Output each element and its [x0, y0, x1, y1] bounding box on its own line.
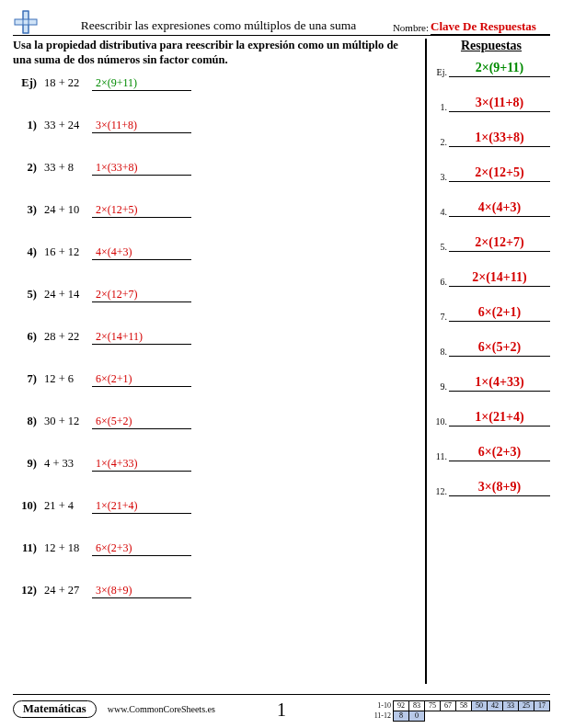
answer-line: 8. 6×(5+2): [432, 340, 550, 357]
problem-answer: 6×(2+3): [92, 541, 191, 556]
problem-answer: 2×(12+5): [92, 203, 191, 218]
worksheet-page: Reescribir las expresiones como múltiplo…: [0, 0, 563, 728]
score-cell: 83: [409, 701, 425, 711]
score-row1-label: 1-10: [369, 701, 394, 711]
answer-value: 3×(8+9): [449, 480, 550, 496]
answer-value: 2×(14+11): [449, 270, 550, 287]
problem-expression: 33 + 8: [44, 161, 92, 175]
problem-expression: 33 + 24: [44, 119, 92, 132]
problem-row: 2) 33 + 8 1×(33+8): [13, 161, 416, 176]
answer-value: 2×(9+11): [449, 61, 550, 77]
problem-answer: 4×(4+3): [92, 245, 191, 260]
answer-line: 11. 6×(2+3): [432, 445, 550, 461]
score-cell: 92: [394, 701, 409, 711]
problem-number: 4): [13, 245, 37, 259]
answer-line: 4. 4×(4+3): [432, 200, 550, 217]
problem-row: 6) 28 + 22 2×(14+11): [13, 330, 416, 345]
problem-expression: 30 + 12: [44, 415, 92, 428]
problem-row: 3) 24 + 10 2×(12+5): [13, 203, 416, 218]
answer-line: 12. 3×(8+9): [432, 480, 550, 496]
problem-row: 11) 12 + 18 6×(2+3): [13, 541, 416, 556]
content: Usa la propiedad distributiva para reesc…: [13, 39, 550, 684]
problem-number: 11): [13, 541, 37, 555]
svg-rect-1: [15, 19, 37, 25]
name-value: Clave De Respuestas: [431, 19, 550, 35]
problem-number: 10): [13, 499, 37, 513]
problem-number: 9): [13, 457, 37, 471]
problem-answer: 6×(2+1): [92, 372, 191, 387]
score-cell: 8: [394, 711, 409, 722]
problem-number: 6): [13, 330, 37, 344]
problem-number: 5): [13, 288, 37, 301]
problem-expression: 24 + 27: [44, 584, 92, 597]
problem-row: 4) 16 + 12 4×(4+3): [13, 245, 416, 260]
header: Reescribir las expresiones como múltiplo…: [13, 7, 550, 36]
answer-value: 6×(5+2): [449, 340, 550, 357]
score-cell: 75: [425, 701, 441, 711]
footer: Matemáticas www.CommonCoreSheets.es 1 1-…: [13, 694, 550, 722]
score-cell: 17: [534, 701, 550, 711]
answer-index: Ej.: [432, 67, 447, 77]
problem-row: 1) 33 + 24 3×(11+8): [13, 119, 416, 133]
score-cell: 42: [488, 701, 503, 711]
website-text: www.CommonCoreSheets.es: [108, 704, 215, 714]
example-row: Ej) 18 + 22 2×(9+11): [13, 76, 416, 91]
answer-line-example: Ej. 2×(9+11): [432, 61, 550, 77]
name-label: Nombre:: [393, 22, 429, 35]
score-table: 1-10 92 83 75 67 58 50 42 33 25 17 11-12…: [369, 700, 550, 722]
score-cell: 58: [456, 701, 472, 711]
answer-index: 4.: [432, 207, 447, 217]
answer-index: 12.: [432, 486, 447, 496]
answer-line: 1. 3×(11+8): [432, 96, 550, 112]
problem-answer: 2×(14+11): [92, 330, 191, 345]
problem-answer: 1×(21+4): [92, 499, 191, 514]
problem-expression: 24 + 10: [44, 203, 92, 217]
answer-value: 1×(21+4): [449, 410, 550, 427]
problem-number: 7): [13, 372, 37, 386]
answer-index: 11.: [432, 451, 447, 461]
problem-row: 8) 30 + 12 6×(5+2): [13, 415, 416, 429]
answer-index: 6.: [432, 277, 447, 287]
answer-index: 3.: [432, 172, 447, 182]
problem-answer: 6×(5+2): [92, 415, 191, 429]
problem-expression: 12 + 18: [44, 541, 92, 555]
plus-logo-icon: [13, 9, 39, 35]
answer-value: 1×(33+8): [449, 131, 550, 147]
problem-answer: 3×(11+8): [92, 119, 191, 133]
problem-row: 5) 24 + 14 2×(12+7): [13, 288, 416, 302]
problem-expression: 16 + 12: [44, 245, 92, 259]
problem-number: 2): [13, 161, 37, 175]
example-label: Ej): [13, 76, 37, 90]
problem-row: 9) 4 + 33 1×(4+33): [13, 457, 416, 472]
answer-index: 2.: [432, 137, 447, 147]
score-cell: 67: [441, 701, 456, 711]
answer-line: 2. 1×(33+8): [432, 131, 550, 147]
answer-index: 7.: [432, 312, 447, 322]
problem-number: 3): [13, 203, 37, 217]
problem-answer: 1×(33+8): [92, 161, 191, 176]
answer-value: 2×(12+5): [449, 165, 550, 182]
worksheet-title: Reescribir las expresiones como múltiplo…: [44, 18, 393, 35]
problem-answer: 1×(4+33): [92, 457, 191, 472]
answer-line: 7. 6×(2+1): [432, 305, 550, 322]
score-cell: 25: [519, 701, 534, 711]
problem-expression: 24 + 14: [44, 288, 92, 301]
problem-number: 12): [13, 584, 37, 597]
problem-number: 8): [13, 415, 37, 428]
score-row2-label: 11-12: [369, 711, 394, 722]
example-expression: 18 + 22: [44, 76, 92, 90]
example-answer: 2×(9+11): [92, 76, 191, 91]
score-cell: 33: [503, 701, 519, 711]
problem-expression: 28 + 22: [44, 330, 92, 344]
answer-index: 5.: [432, 242, 447, 252]
answer-index: 8.: [432, 347, 447, 357]
instructions: Usa la propiedad distributiva para reesc…: [13, 39, 416, 67]
answer-index: 10.: [432, 416, 447, 427]
problem-expression: 12 + 6: [44, 372, 92, 386]
problem-answer: 3×(8+9): [92, 584, 191, 598]
answer-line: 10. 1×(21+4): [432, 410, 550, 427]
answer-value: 4×(4+3): [449, 200, 550, 217]
problem-number: 1): [13, 119, 37, 132]
answer-index: 9.: [432, 381, 447, 392]
answer-line: 6. 2×(14+11): [432, 270, 550, 287]
